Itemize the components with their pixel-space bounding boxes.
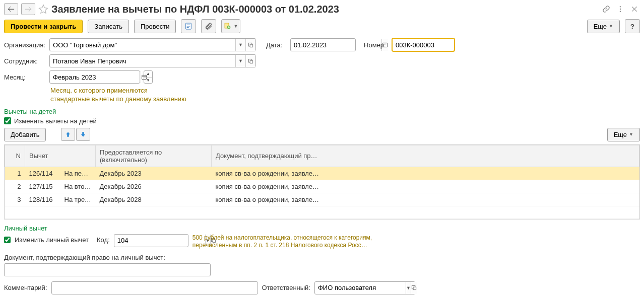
comment-input[interactable]	[51, 281, 258, 294]
personal-section-title: Личный вычет	[4, 225, 640, 232]
save-button[interactable]: Записать	[88, 20, 129, 33]
table-row[interactable]: 3128/116На третьго и каждого последующег…	[5, 193, 639, 206]
code-label: Код:	[97, 236, 110, 244]
responsible-input[interactable]	[315, 282, 406, 294]
organization-label: Организация:	[4, 41, 45, 49]
col-deduction[interactable]: Вычет	[25, 145, 96, 167]
change-children-checkbox[interactable]	[4, 117, 11, 124]
table-row[interactable]: 1126/114На первого ребенка в возрасте до…	[5, 167, 639, 180]
post-button[interactable]: Провести	[134, 20, 176, 33]
month-up-button[interactable]: ▲	[144, 71, 152, 78]
employee-label: Сотрудник:	[4, 57, 45, 65]
col-until[interactable]: Предоставляется по (включительно)	[96, 145, 212, 167]
open-icon[interactable]	[411, 282, 417, 294]
col-n[interactable]: N	[5, 145, 25, 167]
col-doc[interactable]: Документ, подтверждающий пр…	[212, 145, 639, 167]
post-and-close-button[interactable]: Провести и закрыть	[4, 20, 83, 33]
cell-until: Декабрь 2028	[96, 193, 212, 206]
cell-until: Декабрь 2023	[96, 167, 212, 180]
date-label: Дата:	[266, 41, 286, 49]
doc-personal-label: Документ, подтверждающий право на личный…	[4, 254, 640, 261]
month-hint: Месяц, с которого применяются стандартны…	[50, 87, 640, 104]
cell-code: 127/115	[25, 180, 60, 193]
dropdown-icon[interactable]: ▼	[406, 282, 411, 294]
change-personal-checkbox[interactable]	[4, 237, 11, 243]
change-personal-label: Изменить личный вычет	[15, 236, 89, 244]
arrow-left-icon: 🡠	[8, 5, 15, 13]
employee-field[interactable]: ▼	[49, 54, 256, 67]
close-icon[interactable]	[629, 4, 640, 15]
change-children-label: Изменить вычеты на детей	[14, 117, 97, 125]
number-label: Номер:	[364, 41, 388, 49]
open-icon[interactable]	[245, 39, 255, 51]
responsible-label: Ответственный:	[262, 284, 310, 291]
doc-personal-input[interactable]	[4, 263, 211, 276]
report-icon-button[interactable]	[181, 19, 196, 33]
cell-desc: На второго ребенка в возрасте до 18 лет,…	[60, 180, 96, 193]
svg-point-1	[620, 9, 621, 10]
chevron-down-icon: ▼	[233, 24, 238, 29]
kebab-menu-icon[interactable]	[615, 4, 626, 15]
table-more-button[interactable]: Еще ▼	[607, 128, 640, 141]
responsible-field[interactable]: ▼	[314, 281, 415, 294]
date-field[interactable]	[290, 38, 356, 51]
create-based-icon-button[interactable]: ▼	[221, 19, 240, 33]
move-down-button[interactable]	[76, 128, 90, 141]
month-down-button[interactable]: ▼	[144, 78, 152, 84]
arrow-right-icon: 🡢	[25, 5, 32, 13]
cell-n: 2	[5, 180, 25, 193]
month-input[interactable]	[50, 71, 141, 83]
cell-n: 1	[5, 167, 25, 180]
cell-doc: копия св-ва о рождении, заявле…	[212, 180, 639, 193]
help-button[interactable]: ?	[625, 19, 640, 33]
add-button[interactable]: Добавить	[4, 128, 46, 141]
code-field[interactable]: ▼	[114, 234, 188, 247]
open-icon[interactable]	[245, 55, 255, 67]
chevron-down-icon: ▼	[629, 132, 633, 137]
table-row[interactable]: 2127/115На второго ребенка в возрасте до…	[5, 180, 639, 193]
move-up-button[interactable]	[61, 128, 75, 141]
number-input[interactable]	[393, 39, 483, 51]
children-section-title: Вычеты на детей	[4, 108, 640, 115]
table-empty-area[interactable]	[5, 206, 639, 218]
more-label: Еще	[614, 131, 627, 138]
month-field[interactable]	[49, 70, 140, 84]
children-table[interactable]: N Вычет Предоставляется по (включительно…	[4, 144, 640, 219]
svg-point-2	[620, 11, 621, 12]
dropdown-icon[interactable]: ▼	[235, 39, 245, 51]
nav-back-button[interactable]: 🡠	[4, 3, 18, 15]
cell-n: 3	[5, 193, 25, 206]
cell-doc: копия св-ва о рождении, заявле…	[212, 167, 639, 180]
cell-until: Декабрь 2026	[96, 180, 212, 193]
month-label: Месяц:	[4, 73, 45, 81]
more-button[interactable]: Еще ▼	[587, 20, 620, 33]
link-icon[interactable]	[601, 4, 612, 15]
organization-field[interactable]: ▼	[49, 38, 256, 51]
attach-icon-button[interactable]	[201, 19, 216, 33]
cell-desc: На третьго и каждого последующего ребенк…	[60, 193, 96, 206]
cell-doc: копия св-ва о рождении, заявле…	[212, 193, 639, 206]
number-field[interactable]	[392, 38, 455, 51]
cell-code: 126/114	[25, 167, 60, 180]
page-title: Заявление на вычеты по НДФЛ 003К-000003 …	[51, 4, 598, 15]
cell-desc: На первого ребенка в возрасте до 18 лет,…	[60, 167, 96, 180]
chevron-down-icon: ▼	[609, 24, 613, 29]
code-hint: 500 рублей на налогоплательщика, относящ…	[192, 234, 394, 250]
more-label: Еще	[594, 23, 607, 30]
svg-point-0	[620, 6, 621, 7]
organization-input[interactable]	[50, 39, 235, 51]
dropdown-icon[interactable]: ▼	[235, 55, 245, 67]
favorite-star-icon[interactable]	[38, 4, 48, 14]
comment-label: Комментарий:	[4, 284, 47, 291]
nav-forward-button[interactable]: 🡢	[21, 3, 35, 15]
cell-code: 128/116	[25, 193, 60, 206]
code-input[interactable]	[114, 235, 205, 247]
employee-input[interactable]	[50, 55, 235, 67]
